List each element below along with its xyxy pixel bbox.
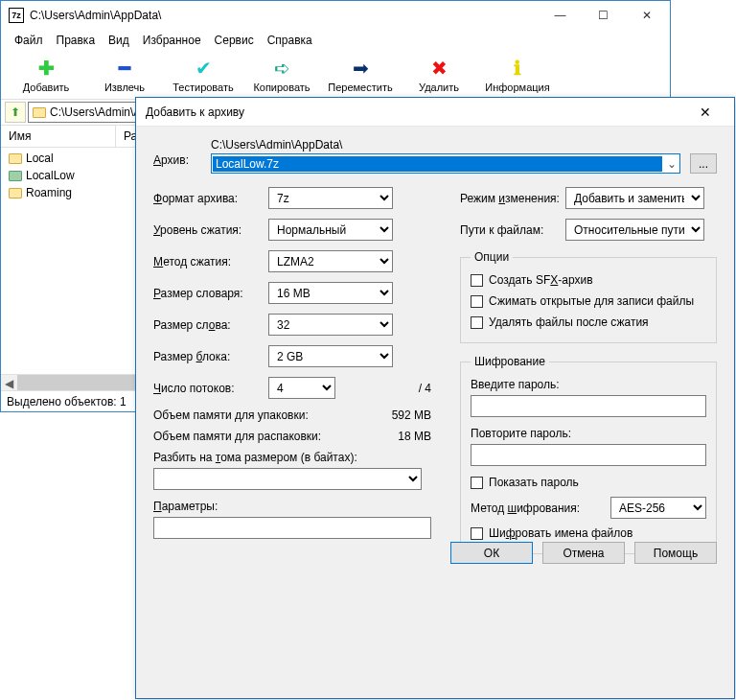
open-files-checkbox[interactable] xyxy=(471,295,483,308)
toolbar-move[interactable]: ➡Переместить xyxy=(323,55,398,95)
add-to-archive-dialog: Добавить к архиву ✕ Архив: C:\Users\Admi… xyxy=(135,97,735,699)
menu-favorites[interactable]: Избранное xyxy=(137,32,207,49)
menu-tools[interactable]: Сервис xyxy=(209,32,260,49)
format-select[interactable]: 7z xyxy=(268,187,393,209)
mem-pack-value: 592 MB xyxy=(392,408,431,422)
close-button[interactable]: ✕ xyxy=(625,2,668,30)
delete-after-label: Удалять файлы после сжатия xyxy=(489,315,649,329)
minus-icon: ━ xyxy=(113,57,136,80)
minimize-button[interactable]: — xyxy=(539,2,582,30)
chevron-down-icon: ⌄ xyxy=(663,157,679,171)
mem-unpack-label: Объем памяти для распаковки: xyxy=(153,430,321,443)
file-name: Roaming xyxy=(26,186,72,199)
up-arrow-icon: ⬆ xyxy=(11,105,20,119)
encrypt-names-checkbox[interactable] xyxy=(471,527,483,540)
toolbar-add[interactable]: ✚Добавить xyxy=(9,55,83,95)
password1-input[interactable] xyxy=(471,395,706,417)
plus-icon: ✚ xyxy=(34,57,58,80)
help-button[interactable]: Помощь xyxy=(634,542,717,564)
dialog-close-button[interactable]: ✕ xyxy=(686,105,724,120)
threads-max: / 4 xyxy=(419,382,431,395)
toolbar-move-label: Переместить xyxy=(328,82,392,93)
toolbar-delete[interactable]: ✖Удалить xyxy=(402,55,476,95)
folder-icon xyxy=(33,107,46,118)
paths-select[interactable]: Относительные пути xyxy=(565,219,704,241)
up-button[interactable]: ⬆ xyxy=(5,102,26,123)
encrypt-names-label: Шифровать имена файлов xyxy=(489,526,632,540)
copy-arrow-icon: ➪ xyxy=(270,57,293,80)
archive-name-combo[interactable]: LocalLow.7z ⌄ xyxy=(211,153,680,174)
level-label: Уровень сжатия: xyxy=(153,223,268,237)
params-label: Параметры: xyxy=(153,500,431,513)
delete-icon: ✖ xyxy=(427,57,450,80)
word-label: Размер слова: xyxy=(153,318,268,332)
block-select[interactable]: 2 GB xyxy=(268,345,393,367)
folder-icon xyxy=(9,171,22,181)
toolbar-info-label: Информация xyxy=(485,82,549,93)
open-files-label: Сжимать открытые для записи файлы xyxy=(489,294,694,308)
paths-label: Пути к файлам: xyxy=(460,223,565,237)
menu-view[interactable]: Вид xyxy=(103,32,135,49)
archive-name-value: LocalLow.7z xyxy=(213,156,662,172)
level-select[interactable]: Нормальный xyxy=(268,219,393,241)
split-label: Разбить на тома размером (в байтах): xyxy=(153,451,431,464)
folder-icon xyxy=(9,153,22,164)
move-arrow-icon: ➡ xyxy=(349,57,372,80)
update-select[interactable]: Добавить и заменить xyxy=(565,187,704,209)
delete-after-checkbox[interactable] xyxy=(471,316,483,329)
block-label: Размер блока: xyxy=(153,350,268,363)
file-name: LocalLow xyxy=(26,169,75,182)
toolbar-add-label: Добавить xyxy=(23,82,70,93)
threads-label: Число потоков: xyxy=(153,382,268,395)
show-password-label: Показать пароль xyxy=(489,476,579,489)
enc-method-label: Метод шифрования: xyxy=(471,502,610,515)
archive-path-text: C:\Users\Admin\AppData\ xyxy=(211,138,680,152)
menu-file[interactable]: Файл xyxy=(9,32,49,49)
sfx-checkbox[interactable] xyxy=(471,274,483,287)
password1-label: Введите пароль: xyxy=(471,378,706,391)
enc-method-select[interactable]: AES-256 xyxy=(610,497,706,519)
toolbar-test-label: Тестировать xyxy=(172,82,234,93)
dialog-title: Добавить к архиву xyxy=(146,105,686,119)
cancel-button[interactable]: Отмена xyxy=(542,542,625,564)
dict-select[interactable]: 16 MB xyxy=(268,282,393,304)
options-legend: Опции xyxy=(471,250,513,264)
word-select[interactable]: 32 xyxy=(268,314,393,336)
split-select[interactable] xyxy=(153,468,422,490)
mem-pack-label: Объем памяти для упаковки: xyxy=(153,408,309,422)
maximize-button[interactable]: ☐ xyxy=(582,2,625,30)
password2-label: Повторите пароль: xyxy=(471,427,706,440)
menu-edit[interactable]: Правка xyxy=(51,32,102,49)
window-title: C:\Users\Admin\AppData\ xyxy=(30,9,539,22)
show-password-checkbox[interactable] xyxy=(471,477,483,489)
titlebar: 7z C:\Users\Admin\AppData\ — ☐ ✕ xyxy=(1,1,670,30)
method-select[interactable]: LZMA2 xyxy=(268,250,393,272)
threads-select[interactable]: 4 xyxy=(268,377,335,399)
options-group: Опции Создать SFX-архив Сжимать открытые… xyxy=(460,250,717,343)
app-icon: 7z xyxy=(9,8,24,23)
archive-label: Архив: xyxy=(153,138,201,167)
menu-help[interactable]: Справка xyxy=(262,32,318,49)
folder-icon xyxy=(9,188,22,198)
toolbar-delete-label: Удалить xyxy=(419,82,459,93)
password2-input[interactable] xyxy=(471,444,706,466)
browse-button[interactable]: ... xyxy=(690,153,717,174)
mem-unpack-value: 18 MB xyxy=(398,430,431,443)
toolbar: ✚Добавить ━Извлечь ✔Тестировать ➪Копиров… xyxy=(1,51,670,100)
toolbar-copy-label: Копировать xyxy=(253,82,310,93)
update-label: Режим изменения: xyxy=(460,192,565,205)
toolbar-copy[interactable]: ➪Копировать xyxy=(244,55,319,95)
dict-label: Размер словаря: xyxy=(153,287,268,300)
method-label: Метод сжатия: xyxy=(153,255,268,268)
params-input[interactable] xyxy=(153,517,431,539)
toolbar-info[interactable]: ℹИнформация xyxy=(480,55,555,95)
scroll-left-icon[interactable]: ◀ xyxy=(1,375,17,391)
format-label: Формат архива: xyxy=(153,192,268,205)
toolbar-test[interactable]: ✔Тестировать xyxy=(166,55,241,95)
sfx-label: Создать SFX-архив xyxy=(489,273,593,287)
toolbar-extract-label: Извлечь xyxy=(104,82,145,93)
ok-button[interactable]: ОК xyxy=(450,542,533,564)
col-name[interactable]: Имя xyxy=(1,126,116,147)
menubar: Файл Правка Вид Избранное Сервис Справка xyxy=(1,30,670,51)
toolbar-extract[interactable]: ━Извлечь xyxy=(87,55,162,95)
